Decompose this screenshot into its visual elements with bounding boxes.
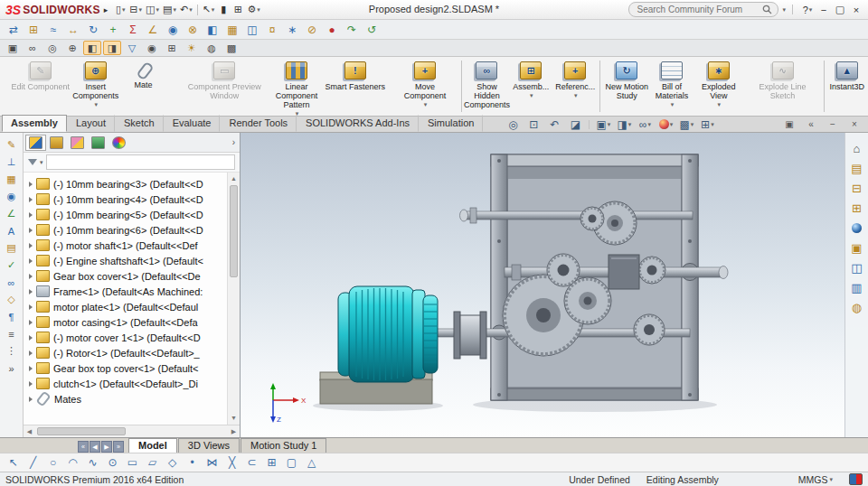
hide-show-items-icon[interactable]: ∞ ▾ xyxy=(636,117,654,132)
note-icon[interactable]: ¶ xyxy=(3,309,21,324)
pattern-icon[interactable]: ▦ xyxy=(223,22,241,38)
linear-component-pattern-button[interactable]: Linear Component Pattern ▾ xyxy=(274,58,319,115)
dropdown-caret-icon[interactable]: ▾ xyxy=(94,101,98,107)
scroll-down-icon[interactable]: ▼ xyxy=(228,413,240,424)
clipboard-icon[interactable]: ▣ xyxy=(848,239,866,256)
dropdown-caret-icon[interactable]: ▾ xyxy=(711,121,714,127)
dropdown-caret-icon[interactable]: ▾ xyxy=(691,121,694,127)
flyout-chevron-icon[interactable]: › xyxy=(232,137,238,147)
motion-icon[interactable]: ↷ xyxy=(343,22,361,38)
tree-item-engine-shaftshaft[interactable]: (-) Engine shaftshaft<1> (Default< xyxy=(24,253,228,268)
featuremanager-tab[interactable] xyxy=(25,135,46,151)
component-width-icon[interactable]: ↔ xyxy=(64,22,82,38)
minimize-icon[interactable]: − ▾ xyxy=(816,3,832,17)
undo-icon[interactable]: ↶ ▾ xyxy=(178,2,194,18)
3d-viewport[interactable]: X Z xyxy=(241,133,868,437)
tab-scroll-first-icon[interactable]: « xyxy=(78,441,89,453)
polygon-icon[interactable]: ◇ xyxy=(164,455,181,471)
mirror-entities-icon[interactable]: ⋈ xyxy=(203,455,221,471)
expand-arrow-icon[interactable] xyxy=(29,397,33,402)
filter-caret-icon[interactable]: ▾ xyxy=(40,159,43,165)
tree-item-clutch[interactable]: clutch<1> (Default<<Default>_Di xyxy=(24,376,228,391)
previous-view-icon[interactable]: ↶ ▾ xyxy=(545,117,563,132)
text-tool-icon[interactable]: A xyxy=(3,223,21,238)
dimxpertmanager-tab[interactable] xyxy=(88,135,108,151)
smart-fasteners-tb-icon[interactable]: ¤ xyxy=(263,22,281,38)
zoom-area-icon[interactable]: ⊡ ▾ xyxy=(524,117,542,132)
rectangle-icon[interactable]: ▭ xyxy=(124,455,141,471)
xpress-products-icon[interactable]: ▮ ▾ xyxy=(216,2,231,18)
pan-icon[interactable]: ⊕ xyxy=(63,41,81,55)
scroll-right-icon[interactable]: ▶ xyxy=(228,428,240,435)
tab-scroll-last-icon[interactable]: » xyxy=(113,441,124,453)
tree-item-bearing-3[interactable]: (-) 10mm bearing<3> (Default<<D xyxy=(24,176,228,192)
arrange-icon[interactable]: ▣ xyxy=(4,41,22,55)
swap-component-icon[interactable]: ⇄ xyxy=(5,22,23,38)
close-pane-icon[interactable]: × xyxy=(845,117,863,133)
expand-strip-icon[interactable]: » xyxy=(3,360,21,376)
resources-tray-icon[interactable] xyxy=(849,473,863,485)
tree-item-bearing-4[interactable]: (-) 10mm bearing<4> (Default<<D xyxy=(24,192,228,207)
scrollbar-track[interactable] xyxy=(35,425,228,437)
dimension-icon[interactable]: ∠ xyxy=(3,206,21,221)
rebuild-icon[interactable]: ↺ xyxy=(363,22,381,38)
reference-geometry-button[interactable]: + Referenc... ▾ xyxy=(553,58,597,115)
more-tools-icon[interactable]: ⋮ xyxy=(3,343,21,359)
tab-simulation[interactable]: Simulation xyxy=(419,115,483,132)
box-icon[interactable]: ◇ xyxy=(3,292,21,307)
viewport-border-icon[interactable]: ▢ xyxy=(283,455,300,471)
mate-tb-icon[interactable]: ≈ xyxy=(44,22,62,38)
mate-button[interactable]: Mate ▾ xyxy=(112,58,175,115)
lights-icon[interactable]: ☀ xyxy=(183,41,201,55)
ellipse-icon[interactable]: ⊙ xyxy=(104,455,121,471)
move-component-tb-icon[interactable]: + xyxy=(104,22,122,38)
tree-item-motor-plate[interactable]: motor plate<1> (Default<<Defaul xyxy=(24,299,228,314)
expand-arrow-icon[interactable] xyxy=(29,197,33,202)
custom-pane-icon[interactable]: ◍ xyxy=(848,299,866,315)
minimize-pane-icon[interactable]: − xyxy=(824,117,842,133)
expand-arrow-icon[interactable] xyxy=(29,258,33,264)
assembly-features-button[interactable]: ⊞ Assemb... ▾ xyxy=(508,58,553,115)
balloon-icon[interactable]: △ xyxy=(303,455,320,471)
apply-scene-icon[interactable]: ▩ ▾ xyxy=(677,117,695,132)
properties-pane-icon[interactable]: ▥ xyxy=(848,279,866,295)
tab-layout[interactable]: Layout xyxy=(67,115,115,132)
scrollbar-thumb[interactable] xyxy=(230,185,238,277)
dropdown-caret-icon[interactable]: ▾ xyxy=(829,476,833,482)
hide-show-icon[interactable]: ◉ xyxy=(143,41,161,55)
sketch-strip-icon[interactable]: ✎ xyxy=(3,137,21,153)
new-motion-study-button[interactable]: ↻ New Motion Study ▾ xyxy=(603,58,650,115)
view-orientation-icon[interactable]: ▣ ▾ xyxy=(594,117,612,132)
configurationmanager-tab[interactable] xyxy=(67,135,88,151)
spline-icon[interactable]: ∿ xyxy=(84,455,101,471)
dropdown-caret-icon[interactable]: ▾ xyxy=(574,92,578,98)
hide-components-icon[interactable]: ⊘ xyxy=(303,22,321,38)
open-icon[interactable]: ⊟ ▾ xyxy=(127,2,144,18)
tab-assembly[interactable]: Assembly xyxy=(2,115,67,132)
expand-arrow-icon[interactable] xyxy=(29,182,33,187)
edit-component-button[interactable]: ✎ Edit Component ▾ xyxy=(2,58,80,115)
edit-appearance-icon[interactable]: ● ▾ xyxy=(656,117,675,132)
zoom-fit-icon[interactable]: ◎ ▾ xyxy=(504,117,522,132)
dropdown-caret-icon[interactable]: ▾ xyxy=(628,121,632,127)
component-preview-window-button[interactable]: ▭ Component Preview Window ▾ xyxy=(175,58,274,115)
display-mode-icon[interactable]: ◨ xyxy=(103,41,121,55)
tab-scroll-prev-icon[interactable]: ◀ xyxy=(90,441,100,453)
search-caret-icon[interactable]: ▾ xyxy=(782,6,786,13)
section-view-tb-icon[interactable]: ◧ xyxy=(203,22,222,38)
tree-item-motor-casing[interactable]: motor casing<1> (Default<<Defa xyxy=(24,314,228,330)
tree-item-mates[interactable]: Mates xyxy=(24,391,228,407)
rotate-component-icon[interactable]: ↻ xyxy=(84,22,102,38)
trim-entities-icon[interactable]: ╳ xyxy=(223,455,241,471)
new-icon[interactable]: ▯ ▾ xyxy=(113,2,127,18)
expand-arrow-icon[interactable] xyxy=(29,366,33,371)
fixture-icon[interactable]: ⊥ xyxy=(3,154,21,170)
search-input[interactable] xyxy=(635,4,762,15)
tree-item-bearing-5[interactable]: (-) 10mm bearing<5> (Default<<D xyxy=(24,207,228,222)
dropdown-caret-icon[interactable]: ▾ xyxy=(671,101,675,107)
insert-component-tb-icon[interactable]: ⊞ xyxy=(24,22,42,38)
tab-model[interactable]: Model xyxy=(128,438,177,453)
tab-3d-views[interactable]: 3D Views xyxy=(178,438,240,453)
expand-arrow-icon[interactable] xyxy=(29,289,33,294)
tree-item-motor-cover[interactable]: (-) motor cover 1<1> (Default<<D xyxy=(24,330,228,345)
